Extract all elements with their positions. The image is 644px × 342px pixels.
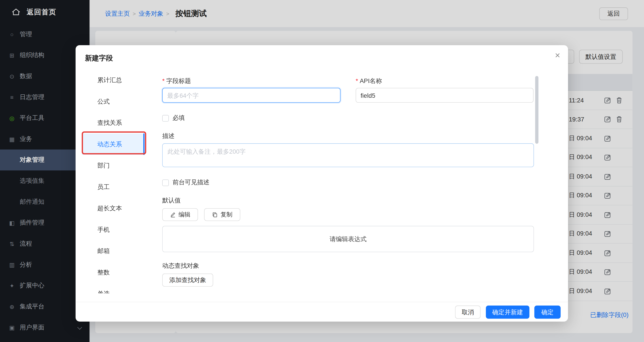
required-checkbox-label: 必填 — [172, 114, 185, 122]
close-icon[interactable]: × — [555, 51, 560, 60]
copy-icon — [212, 212, 218, 218]
confirm-button[interactable]: 确定 — [534, 306, 561, 319]
required-checkbox[interactable] — [162, 115, 169, 121]
front-visible-checkbox-label: 前台可见描述 — [172, 179, 209, 186]
field-type-integer[interactable]: 整数 — [82, 262, 144, 283]
cancel-button[interactable]: 取消 — [455, 306, 480, 319]
field-type-list: 累计汇总 公式 查找关系 动态关系 部门 员工 超长文本 手机 邮箱 整数 单选 — [82, 69, 144, 293]
field-type-dynamic-relation[interactable]: 动态关系 — [82, 134, 144, 155]
field-type-long-text[interactable]: 超长文本 — [82, 198, 144, 219]
pencil-icon — [170, 212, 176, 218]
field-title-label: *字段标题 — [162, 77, 191, 85]
field-type-formula[interactable]: 公式 — [82, 91, 144, 112]
modal-scrollbar-thumb[interactable] — [535, 76, 538, 144]
dialog-title: 新建字段 — [85, 54, 113, 63]
field-type-phone[interactable]: 手机 — [82, 219, 144, 240]
application-window: 返回首页 ○ 管理 ⊞ 组织结构 ⊙ 数据 ≡ 日志管理 ◎ 平台工具 ▦ 业务… — [0, 0, 644, 342]
confirm-and-create-button[interactable]: 确定并新建 — [486, 306, 530, 319]
front-visible-checkbox[interactable] — [162, 179, 169, 186]
field-type-email[interactable]: 邮箱 — [82, 240, 144, 262]
field-type-rollup[interactable]: 累计汇总 — [82, 69, 144, 90]
api-name-input[interactable] — [356, 88, 534, 103]
dynamic-lookup-label: 动态查找对象 — [162, 262, 199, 270]
footer-divider — [76, 302, 568, 302]
field-title-input[interactable] — [162, 88, 340, 103]
description-label: 描述 — [162, 132, 174, 140]
field-type-employee[interactable]: 员工 — [82, 176, 144, 198]
required-marker: * — [356, 77, 358, 84]
field-type-select[interactable]: 单选 — [82, 283, 144, 293]
add-lookup-object-button[interactable]: 添加查找对象 — [162, 274, 213, 287]
default-value-label: 默认值 — [162, 196, 181, 204]
field-type-department[interactable]: 部门 — [82, 155, 144, 176]
new-field-dialog: 新建字段 × 累计汇总 公式 查找关系 动态关系 部门 员工 超长文本 手机 邮… — [76, 45, 568, 322]
required-checkbox-row: 必填 — [162, 114, 185, 122]
description-textarea[interactable] — [162, 144, 534, 167]
field-type-lookup[interactable]: 查找关系 — [82, 112, 144, 133]
required-marker: * — [162, 77, 165, 84]
front-visible-checkbox-row: 前台可见描述 — [162, 179, 209, 186]
expression-preview-box[interactable]: 请编辑表达式 — [162, 226, 534, 252]
api-name-label: *API名称 — [356, 77, 382, 85]
edit-expression-button[interactable]: 编辑 — [162, 208, 198, 221]
copy-expression-button[interactable]: 复制 — [204, 208, 240, 221]
